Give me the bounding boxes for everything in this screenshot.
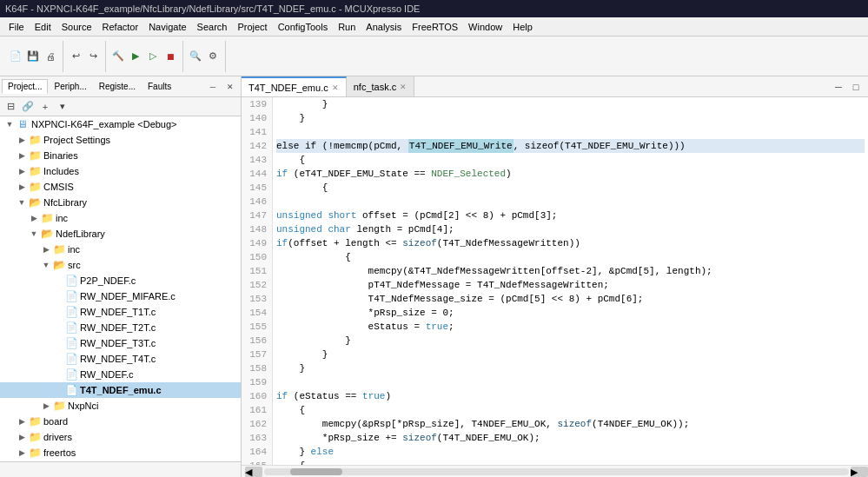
h-scroll-thumb[interactable]	[290, 468, 342, 475]
toolbar-run-btn[interactable]: ▷	[144, 48, 162, 65]
menu-project[interactable]: Project	[232, 20, 272, 34]
tree-label-rw-t1t: RW_NDEF_T1T.c	[80, 307, 156, 317]
tree-label-freertos: freertos	[43, 447, 76, 458]
code-line-165: {	[276, 459, 865, 465]
code-editor[interactable]: 1391401411421431441451461471481491501511…	[242, 97, 868, 465]
menu-search[interactable]: Search	[192, 20, 233, 34]
file-icon-rw-t4t: 📄	[64, 352, 78, 366]
menu-edit[interactable]: Edit	[30, 20, 56, 34]
tree-cmsis[interactable]: ▶ 📁 CMSIS	[0, 179, 241, 195]
tree-label-nfc-inc: inc	[56, 213, 68, 223]
h-scroll-left[interactable]: ◀	[245, 467, 262, 477]
editor-maximize-btn[interactable]: □	[847, 78, 865, 96]
tree-nfc-inc[interactable]: ▶ 📁 inc	[0, 210, 241, 226]
tree-ndeflibrary[interactable]: ▼ 📂 NdefLibrary	[0, 226, 241, 242]
tree-arrow-nfc-inc: ▶	[28, 214, 40, 222]
code-content[interactable]: } } else if (!memcmp(pCmd, T4T_NDEF_EMU_…	[273, 97, 868, 465]
menu-source[interactable]: Source	[56, 20, 97, 34]
editor-tab-nfctask[interactable]: nfc_task.c ✕	[347, 76, 415, 96]
tree-drivers[interactable]: ▶ 📁 drivers	[0, 429, 241, 445]
menu-freertos[interactable]: FreeRTOS	[407, 20, 463, 34]
tree-freertos[interactable]: ▶ 📁 freertos	[0, 445, 241, 460]
tree-p2p[interactable]: ▶ 📄 P2P_NDEF.c	[0, 273, 241, 288]
link-editor-btn[interactable]: 🔗	[19, 98, 36, 116]
tree-rw-mifare[interactable]: ▶ 📄 RW_NDEF_MIFARE.c	[0, 288, 241, 304]
editor-tab-t4t-close[interactable]: ✕	[332, 83, 339, 92]
toolbar-group-run: 🔨 ▶ ▷ ⏹	[106, 41, 183, 72]
tree-label-rw-t3t: RW_NDEF_T3T.c	[80, 338, 156, 348]
tree-project-settings[interactable]: ▶ 📁 Project Settings	[0, 132, 241, 148]
tree-label-t4t: T4T_NDEF_emu.c	[80, 385, 162, 395]
project-icon: 🖥	[16, 117, 30, 131]
tree-arrow-board: ▶	[16, 417, 28, 426]
toolbar-save-btn[interactable]: 💾	[24, 48, 42, 65]
tree-includes[interactable]: ▶ 📁 Includes	[0, 163, 241, 179]
h-scroll-track[interactable]	[264, 468, 849, 475]
toolbar: 📄 💾 🖨 ↩ ↪ 🔨 ▶ ▷ ⏹ 🔍 ⚙	[0, 36, 868, 76]
tree-label-inc: Includes	[43, 166, 79, 176]
tree-ndef-inc[interactable]: ▶ 📁 inc	[0, 242, 241, 257]
code-line-164: } else	[276, 445, 865, 459]
horizontal-scrollbar[interactable]: ◀ ▶	[242, 465, 868, 477]
tree-rw-t3t[interactable]: ▶ 📄 RW_NDEF_T3T.c	[0, 335, 241, 351]
toolbar-build-btn[interactable]: 🔨	[109, 48, 127, 65]
toolbar-stop-btn[interactable]: ⏹	[162, 48, 179, 65]
toolbar-settings-btn[interactable]: ⚙	[204, 48, 222, 65]
tree-rw-t4t[interactable]: ▶ 📄 RW_NDEF_T4T.c	[0, 351, 241, 367]
tree-root-label: NXPNCI-K64F_example <Debug>	[31, 119, 177, 129]
code-line-145: {	[276, 181, 865, 195]
tab-periph[interactable]: Periph...	[48, 79, 92, 94]
tree-arrow-freertos: ▶	[16, 448, 28, 457]
folder-icon-cmsis: 📁	[28, 180, 42, 194]
tree-nfclibrary[interactable]: ▼ 📂 NfcLibrary	[0, 195, 241, 210]
left-toolbar-menu-btn[interactable]: ▾	[54, 98, 71, 116]
tree-board[interactable]: ▶ 📁 board	[0, 414, 241, 429]
folder-icon-nxpnci: 📁	[52, 399, 66, 413]
tree-rw-t1t[interactable]: ▶ 📄 RW_NDEF_T1T.c	[0, 304, 241, 320]
toolbar-undo-btn[interactable]: ↩	[67, 48, 84, 65]
toolbar-redo-btn[interactable]: ↪	[84, 48, 102, 65]
toolbar-print-btn[interactable]: 🖨	[42, 48, 59, 65]
tree-ndef-src[interactable]: ▼ 📂 src	[0, 257, 241, 273]
tree-rw-ndef[interactable]: ▶ 📄 RW_NDEF.c	[0, 367, 241, 382]
editor-tab-t4t-label: T4T_NDEF_emu.c	[248, 83, 328, 93]
menu-analysis[interactable]: Analysis	[361, 20, 407, 34]
menu-configtools[interactable]: ConfigTools	[273, 20, 333, 34]
h-scroll-right[interactable]: ▶	[851, 467, 868, 477]
menu-refactor[interactable]: Refactor	[97, 20, 144, 34]
tree-root[interactable]: ▼ 🖥 NXPNCI-K64F_example <Debug>	[0, 116, 241, 132]
tree-label-nxpnci: NxpNci	[68, 401, 98, 411]
tree-arrow-root[interactable]: ▼	[3, 120, 16, 129]
tree-arrow-ps: ▶	[16, 136, 28, 144]
tree-t4t-ndef-emu[interactable]: ▶ 📄 T4T_NDEF_emu.c	[0, 382, 241, 398]
menu-window[interactable]: Window	[463, 20, 507, 34]
code-line-163: *pRsp_size += sizeof(T4T_NDEF_EMU_OK);	[276, 431, 865, 445]
editor-minimize-btn[interactable]: ─	[830, 78, 847, 96]
toolbar-debug-btn[interactable]: ▶	[127, 48, 144, 65]
tree-arrow-nxpnci: ▶	[40, 401, 52, 410]
code-line-157: }	[276, 348, 865, 361]
menu-run[interactable]: Run	[333, 20, 361, 34]
tree-binaries[interactable]: ▶ 📁 Binaries	[0, 148, 241, 163]
new-project-btn[interactable]: +	[36, 98, 54, 116]
tree-nxpnci[interactable]: ▶ 📁 NxpNci	[0, 398, 241, 414]
menu-help[interactable]: Help	[507, 20, 538, 34]
tab-project[interactable]: Project...	[2, 79, 48, 94]
toolbar-search-btn[interactable]: 🔍	[187, 48, 204, 65]
menu-file[interactable]: File	[3, 20, 30, 34]
left-panel-close-btn[interactable]: ✕	[222, 78, 239, 96]
tree-arrow-ndef: ▼	[28, 229, 40, 238]
tab-faults[interactable]: Faults	[142, 79, 177, 94]
toolbar-new-btn[interactable]: 📄	[7, 48, 24, 65]
left-panel-minimize-btn[interactable]: ─	[204, 78, 222, 96]
tab-registe[interactable]: Registe...	[93, 79, 142, 94]
collapse-all-btn[interactable]: ⊟	[2, 98, 19, 116]
editor-tab-t4t[interactable]: T4T_NDEF_emu.c ✕	[242, 76, 347, 96]
editor-tab-nfctask-close[interactable]: ✕	[400, 83, 407, 91]
tree-label-ndef-src: src	[68, 260, 81, 270]
tree-view[interactable]: ▼ 🖥 NXPNCI-K64F_example <Debug> ▶ 📁 Proj…	[0, 116, 241, 461]
folder-icon-inc: 📁	[28, 164, 42, 178]
editor-controls: ─ □	[826, 76, 868, 96]
menu-navigate[interactable]: Navigate	[143, 20, 191, 34]
tree-rw-t2t[interactable]: ▶ 📄 RW_NDEF_T2T.c	[0, 320, 241, 335]
